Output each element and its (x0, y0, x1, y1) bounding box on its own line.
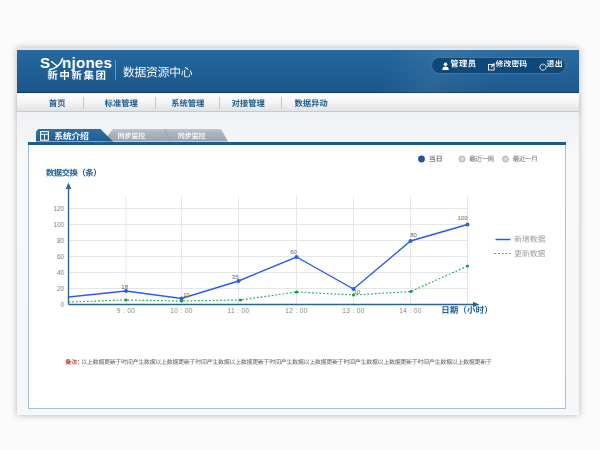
svg-text:120: 120 (53, 204, 64, 211)
svg-text:13 : 00: 13 : 00 (342, 307, 364, 314)
svg-text:80: 80 (410, 232, 417, 238)
svg-text:11 : 00: 11 : 00 (227, 307, 249, 314)
svg-text:60: 60 (56, 252, 64, 259)
svg-text:100: 100 (53, 220, 64, 227)
svg-text:20: 20 (56, 284, 64, 291)
svg-text:40: 40 (56, 268, 64, 275)
svg-text:100: 100 (457, 215, 468, 221)
svg-text:9 : 00: 9 : 00 (116, 307, 134, 314)
svg-text:80: 80 (56, 236, 64, 243)
svg-text:14 : 00: 14 : 00 (399, 307, 421, 314)
svg-text:10: 10 (182, 291, 189, 297)
svg-text:0: 0 (60, 300, 64, 307)
svg-text:60: 60 (290, 249, 297, 255)
svg-text:18: 18 (121, 283, 128, 289)
svg-text:12 : 00: 12 : 00 (285, 307, 307, 314)
svg-text:10: 10 (353, 289, 360, 295)
svg-text:10 : 00: 10 : 00 (170, 307, 192, 314)
svg-text:35: 35 (231, 273, 238, 279)
